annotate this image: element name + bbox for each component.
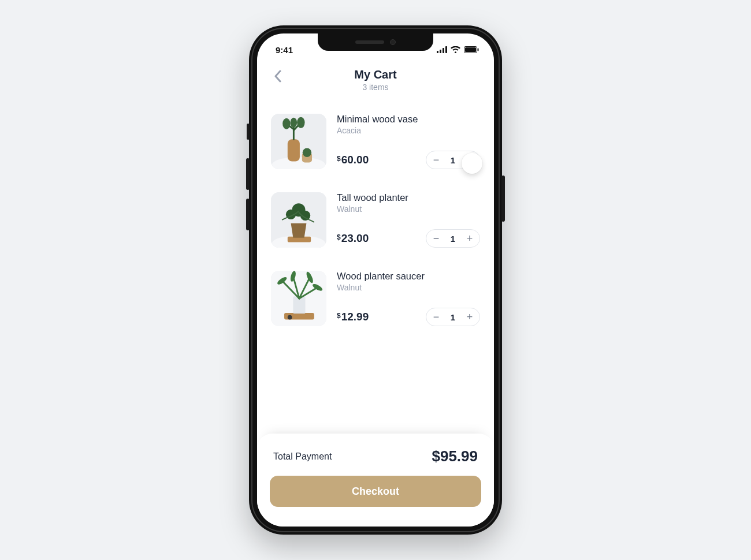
decrement-button[interactable]: − [427,151,445,169]
increment-button[interactable]: + [461,230,478,247]
item-price: $ 12.99 [337,311,369,323]
front-camera [390,39,396,45]
svg-rect-6 [478,48,479,51]
increment-button[interactable]: + [461,151,478,169]
cart-list: Minimal wood vase Acacia $ 60.00 − 1 + [257,102,494,434]
screen: 9:41 My Cart 3 items [257,33,494,527]
price-value: 23.00 [341,232,369,245]
back-button[interactable] [269,68,287,87]
volume-down-button [246,199,250,230]
checkout-footer: Total Payment $95.99 Checkout [257,434,494,527]
header: My Cart 3 items [257,62,494,102]
status-icons [437,46,479,53]
increment-button[interactable]: + [461,308,478,326]
quantity-stepper: − 1 + [426,229,480,248]
svg-rect-9 [288,139,300,161]
svg-rect-5 [465,47,476,52]
item-variant: Walnut [337,283,480,292]
cellular-icon [437,46,447,53]
mute-switch [247,124,250,140]
plant-planter-icon [271,192,326,248]
speaker-grille [355,40,384,44]
notch [318,33,433,51]
total-label: Total Payment [273,451,332,462]
item-name: Wood planter saucer [337,271,480,282]
quantity-stepper: − 1 + [426,151,480,169]
item-info: Minimal wood vase Acacia $ 60.00 − 1 + [337,114,480,169]
decrement-button[interactable]: − [427,308,445,326]
quantity-value: 1 [445,312,461,322]
item-info: Wood planter saucer Walnut $ 12.99 − 1 + [337,271,480,326]
currency-symbol: $ [337,312,341,320]
item-name: Tall wood planter [337,192,480,203]
quantity-value: 1 [445,155,461,165]
item-name: Minimal wood vase [337,114,480,125]
item-info: Tall wood planter Walnut $ 23.00 − 1 + [337,192,480,248]
svg-point-15 [282,118,290,129]
page-title: My Cart [269,68,482,81]
svg-rect-2 [443,48,444,53]
page-subtitle: 3 items [269,83,482,92]
cart-item: Minimal wood vase Acacia $ 60.00 − 1 + [271,106,480,184]
volume-up-button [246,158,250,190]
item-variant: Acacia [337,126,480,135]
quantity-stepper: − 1 + [426,308,480,326]
currency-symbol: $ [337,155,341,163]
status-time: 9:41 [276,45,293,55]
decrement-button[interactable]: − [427,230,445,247]
cart-item: Wood planter saucer Walnut $ 12.99 − 1 + [271,263,480,341]
product-thumbnail[interactable] [271,271,326,326]
cart-item: Tall wood planter Walnut $ 23.00 − 1 + [271,184,480,263]
battery-icon [464,46,479,53]
svg-rect-0 [437,51,438,53]
wifi-icon [451,46,460,53]
product-thumbnail[interactable] [271,192,326,248]
item-variant: Walnut [337,204,480,214]
price-value: 12.99 [341,311,369,323]
currency-symbol: $ [337,233,341,241]
svg-rect-1 [440,50,441,53]
price-value: 60.00 [341,154,369,166]
item-price: $ 23.00 [337,232,369,245]
plant-saucer-icon [271,271,326,326]
svg-point-27 [288,315,292,320]
chevron-left-icon [274,70,282,85]
checkout-button[interactable]: Checkout [270,476,481,507]
power-button [501,176,505,222]
svg-point-11 [303,148,311,157]
quantity-value: 1 [445,234,461,244]
total-row: Total Payment $95.99 [270,447,481,476]
phone-frame: 9:41 My Cart 3 items [249,25,502,535]
item-price: $ 60.00 [337,154,369,166]
svg-point-17 [291,118,298,128]
svg-rect-3 [445,46,447,53]
total-amount: $95.99 [432,447,478,465]
product-thumbnail[interactable] [271,114,326,169]
svg-point-16 [297,117,304,128]
plant-vase-icon [271,114,326,169]
